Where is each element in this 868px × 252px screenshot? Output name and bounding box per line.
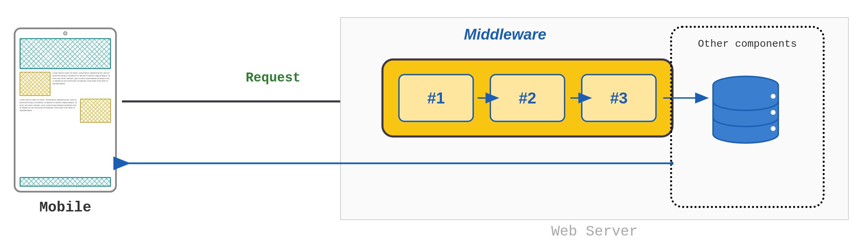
mobile-footer bbox=[20, 177, 111, 187]
thumbnail-icon bbox=[80, 99, 111, 123]
database-icon bbox=[708, 76, 783, 144]
svg-point-8 bbox=[771, 110, 776, 115]
middleware-architecture-diagram: Lorem ipsum dolor sit amet, consectetur … bbox=[7, 7, 861, 245]
mobile-content-row: Lorem ipsum dolor sit amet, consectetur … bbox=[20, 99, 111, 123]
mobile-banner bbox=[20, 38, 111, 69]
request-label: Request bbox=[246, 70, 301, 85]
mw-arrow-1-icon bbox=[478, 95, 502, 101]
mobile-device: Lorem ipsum dolor sit amet, consectetur … bbox=[14, 28, 117, 193]
mobile-content-row: Lorem ipsum dolor sit amet, consectetur … bbox=[20, 72, 111, 96]
mw-arrow-2-icon bbox=[570, 95, 594, 101]
placeholder-text: Lorem ipsum dolor sit amet, consectetur … bbox=[20, 99, 78, 112]
camera-icon bbox=[63, 31, 67, 35]
web-server-label: Web Server bbox=[340, 223, 849, 240]
svg-point-9 bbox=[771, 126, 776, 131]
middleware-container: #1 #2 #3 bbox=[381, 58, 674, 138]
thumbnail-icon bbox=[20, 72, 51, 96]
mobile-label: Mobile bbox=[14, 199, 117, 216]
placeholder-text: Lorem ipsum dolor sit amet, consectetur … bbox=[53, 72, 111, 85]
middleware-item-1: #1 bbox=[398, 74, 474, 122]
other-components-label: Other components bbox=[672, 38, 823, 50]
middleware-label: Middleware bbox=[464, 26, 546, 43]
svg-point-7 bbox=[771, 94, 776, 99]
mobile-screen: Lorem ipsum dolor sit amet, consectetur … bbox=[20, 38, 111, 187]
svg-point-12 bbox=[670, 162, 674, 165]
response-arrow-icon bbox=[122, 158, 675, 168]
